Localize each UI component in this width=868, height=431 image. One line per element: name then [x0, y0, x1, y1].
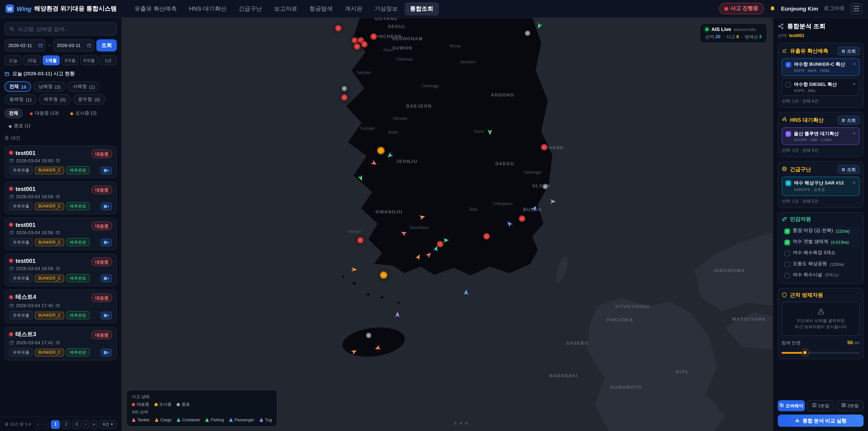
ais-ship-passenger[interactable] [464, 289, 469, 295]
checkbox[interactable]: ✓ [784, 239, 790, 245]
incident-marker-closed[interactable] [342, 86, 347, 91]
incident-media-button[interactable] [101, 238, 112, 246]
page-button[interactable]: 3 [72, 420, 81, 429]
prev-page-button[interactable]: ‹ [43, 420, 50, 429]
next-page-button[interactable]: › [83, 420, 89, 429]
incident-marker-active[interactable] [361, 41, 368, 48]
checkbox[interactable]: ✓ [785, 131, 791, 136]
nav-item[interactable]: 보고자료 [269, 2, 303, 16]
resource-item[interactable]: ✓여수 갯벌 생태계(4,013ha) [782, 237, 860, 247]
incident-marker-closed[interactable] [525, 31, 530, 36]
ais-ship-tanker[interactable] [400, 229, 407, 237]
view-button[interactable]: 오버레이 [778, 400, 805, 411]
page-size-select[interactable]: 6건▾ [99, 420, 117, 429]
run-analysis-button[interactable]: 통합 분석 비교 실행 [778, 414, 864, 427]
incident-marker-active[interactable] [341, 94, 348, 100]
incident-media-button[interactable] [101, 348, 112, 356]
search-input[interactable] [18, 26, 112, 32]
nav-item[interactable]: 게시판 [339, 2, 368, 16]
region-filter-chip[interactable]: 제주청(0) [39, 94, 71, 105]
view-button[interactable]: 3분할 [836, 400, 864, 411]
incident-card[interactable]: 대응중 테스트4 2026-03-04 17:45 유류유출BUNKER_C예측… [4, 289, 117, 323]
last-page-button[interactable]: » [91, 420, 97, 429]
analysis-item[interactable]: 여수항 DIESEL 확산4GPS · 30kL× [782, 78, 860, 96]
menu-button[interactable] [850, 3, 863, 14]
analysis-item[interactable]: ✓울산 톨루엔 대기확산ALOHA · 15kt · 1.2km× [782, 127, 860, 145]
ais-ship-fishing[interactable] [487, 129, 492, 135]
incident-marker-active[interactable] [357, 237, 364, 243]
ais-ship-cargo[interactable] [374, 345, 381, 351]
resource-item[interactable]: ✓통영 어장 (김·전복)(111ha) [782, 226, 860, 236]
ais-live-chip[interactable]: AIS LiveMarineTraffic 선박 20·사고 6·방제선 2 [700, 23, 767, 43]
resource-item[interactable]: 여수 해수욕장 3개소 [782, 248, 860, 258]
incident-media-button[interactable] [101, 311, 112, 319]
first-page-button[interactable]: « [35, 420, 41, 429]
incident-marker-active[interactable] [541, 144, 548, 151]
sar-query-button[interactable]: 조회 [837, 165, 860, 174]
ais-ship-cargo[interactable] [350, 348, 358, 355]
incident-marker-closed[interactable] [542, 184, 548, 189]
ais-ship-fishing[interactable] [536, 22, 542, 30]
logout-button[interactable]: 로그아웃 [824, 5, 845, 12]
checkbox[interactable] [785, 82, 791, 87]
nav-item[interactable]: 통합조회 [404, 2, 439, 16]
ais-ship-fishing[interactable] [358, 175, 364, 182]
status-filter-chip[interactable]: 조사중 (2) [66, 109, 101, 118]
ais-ship-other[interactable] [550, 199, 556, 204]
spill-query-button[interactable]: 조회 [837, 47, 860, 55]
status-filter-chip[interactable]: 전체 [4, 109, 23, 118]
region-filter-chip[interactable]: 중부청(0) [73, 94, 105, 105]
range-button[interactable]: 1년 [99, 55, 117, 65]
close-icon[interactable]: × [852, 61, 856, 67]
region-filter-chip[interactable]: 전체16 [4, 81, 31, 92]
checkbox[interactable] [784, 261, 790, 267]
incident-marker-active[interactable] [354, 43, 360, 50]
map-area[interactable]: GOYANGSEOULINCHEONSEONGNAMSUWONAsanWonju… [122, 18, 773, 431]
hns-query-button[interactable]: 조회 [837, 116, 860, 125]
incident-marker-closed[interactable] [366, 333, 371, 338]
incident-marker-survey[interactable] [380, 271, 388, 279]
status-filter-chip[interactable]: 대응중 (13) [26, 109, 63, 118]
ais-ship-tug[interactable] [395, 312, 400, 317]
incident-marker-active[interactable] [437, 241, 443, 247]
incident-card[interactable]: 대응중 test001 2026-03-04 18:58 유류유출BUNKER_… [4, 217, 117, 250]
nav-item[interactable]: 긴급구난 [233, 2, 268, 16]
incident-card[interactable]: 대응중 test001 2026-03-04 18:58 유류유출BUNKER_… [4, 182, 117, 214]
close-icon[interactable]: × [852, 131, 856, 136]
region-filter-chip[interactable]: 동해청(1) [4, 94, 37, 105]
status-filter-chip[interactable]: 종료 (1) [4, 121, 35, 131]
radius-slider[interactable] [782, 350, 860, 355]
close-icon[interactable]: × [852, 81, 856, 87]
range-button[interactable]: 15일 [24, 55, 41, 65]
nav-item[interactable]: 유출유 확산예측 [129, 2, 182, 16]
nav-item[interactable]: HNS·대기확산 [183, 2, 232, 16]
incident-media-button[interactable] [101, 274, 112, 282]
incident-alert-badge[interactable]: 사고 진행중 [719, 3, 764, 14]
checkbox[interactable]: ✓ [785, 180, 791, 186]
range-button[interactable]: 6개월 [81, 55, 98, 65]
checkbox[interactable]: ✓ [785, 62, 791, 67]
incident-media-button[interactable] [101, 166, 112, 174]
incident-media-button[interactable] [101, 202, 112, 210]
map-controls[interactable] [454, 422, 468, 425]
incident-marker-active[interactable] [335, 25, 342, 31]
date-to-input[interactable] [57, 43, 87, 48]
ais-ship-tanker[interactable] [370, 160, 378, 167]
ais-ship-cargo[interactable] [419, 214, 426, 220]
ais-ship-passenger[interactable] [506, 220, 513, 227]
analysis-item[interactable]: ✓여수 해상구난 SAR #12SAROPS · 표류중× [782, 177, 860, 196]
incident-marker-active[interactable] [519, 215, 525, 222]
page-button[interactable]: 1 [51, 420, 60, 429]
ais-ship-container[interactable] [386, 152, 394, 159]
ais-ship-tanker[interactable] [426, 251, 433, 258]
resource-item[interactable]: 여수 취수시설(3개소) [782, 270, 860, 280]
view-button[interactable]: 2분할 [807, 400, 834, 411]
nav-item[interactable]: 항공탐색 [304, 2, 338, 16]
ais-ship-fishing[interactable] [443, 238, 449, 243]
date-from-input[interactable] [8, 43, 38, 48]
notification-bell-icon[interactable] [770, 5, 776, 12]
region-filter-chip[interactable]: 서해청(1) [68, 81, 100, 92]
incident-card[interactable]: 대응중 test001 2026-03-04 19:00 유류유출BUNKER_… [4, 146, 117, 178]
range-button[interactable]: 3개월 [61, 55, 79, 65]
page-button[interactable]: 2 [61, 420, 70, 429]
